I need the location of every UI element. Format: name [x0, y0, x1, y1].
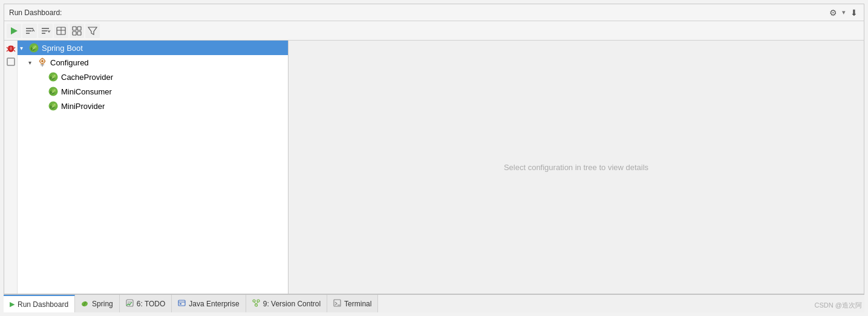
svg-point-34: [41, 60, 44, 62]
svg-rect-54: [178, 300, 185, 306]
filter-icon: [88, 26, 97, 36]
svg-rect-12: [73, 31, 76, 35]
group-button[interactable]: [70, 24, 84, 38]
svg-rect-10: [73, 27, 76, 30]
spring-tab-label: Spring: [92, 300, 113, 308]
svg-point-23: [10, 47, 12, 50]
svg-rect-13: [77, 31, 81, 35]
todo-tab-icon: [126, 299, 134, 309]
bottom-tabbar: ▶ Run Dashboard Spring 6: TODO: [4, 294, 864, 312]
mini-provider-label: MiniProvider: [61, 102, 105, 111]
spring-boot-label: Spring Boot: [42, 44, 83, 53]
svg-line-61: [256, 302, 258, 304]
settings-dropdown-icon[interactable]: ▾: [842, 8, 846, 16]
mini-provider-icon: [48, 100, 59, 111]
spring-tab-icon: [81, 299, 89, 309]
detail-placeholder-text: Select configuration in tree to view det…: [504, 163, 648, 172]
run-dashboard-tab-icon: ▶: [10, 300, 15, 308]
svg-rect-56: [180, 303, 181, 304]
svg-rect-24: [7, 58, 15, 65]
tab-version-control[interactable]: 9: Version Control: [246, 295, 327, 312]
svg-rect-11: [77, 27, 81, 30]
title-bar: Run Dashboard: ⚙ ▾ ⬇: [4, 4, 864, 21]
mini-consumer-label: MiniConsumer: [61, 87, 112, 96]
tree-item-mini-provider[interactable]: ▾ MiniProvider: [18, 99, 288, 113]
svg-point-59: [255, 304, 257, 306]
terminal-tab-label: Terminal: [344, 300, 371, 308]
group-icon: [72, 26, 82, 36]
bug-gutter-icon[interactable]: [5, 43, 16, 54]
mini-consumer-icon: [48, 86, 59, 97]
content-area: ▾ Spring Boot ▾: [4, 41, 864, 294]
sort-down-button[interactable]: [38, 24, 53, 38]
detail-panel: Select configuration in tree to view det…: [289, 41, 864, 294]
tree-panel: ▾ Spring Boot ▾: [18, 41, 289, 294]
version-control-tab-icon: [252, 299, 260, 309]
tab-run-dashboard[interactable]: ▶ Run Dashboard: [4, 295, 75, 312]
java-enterprise-tab-icon: [178, 299, 186, 309]
title-bar-actions: ⚙ ▾ ⬇: [828, 7, 859, 19]
svg-marker-0: [11, 27, 18, 35]
configured-label: Configured: [50, 58, 89, 67]
configured-icon: [37, 57, 48, 68]
tree-item-configured[interactable]: ▾ Configured: [18, 55, 288, 70]
svg-line-60: [254, 302, 256, 304]
stop-gutter-icon[interactable]: [5, 56, 16, 67]
settings-icon[interactable]: ⚙: [828, 7, 838, 19]
svg-point-57: [253, 300, 255, 302]
svg-line-19: [14, 47, 15, 48]
play-button[interactable]: [7, 24, 21, 38]
main-panel: Run Dashboard: ⚙ ▾ ⬇: [4, 4, 864, 294]
tab-spring[interactable]: Spring: [75, 295, 120, 312]
cache-provider-icon: [48, 71, 59, 82]
svg-marker-14: [88, 27, 97, 35]
tab-terminal[interactable]: Terminal: [327, 295, 378, 312]
svg-line-20: [7, 50, 8, 51]
left-gutter: [4, 41, 18, 294]
pin-icon[interactable]: ⬇: [849, 7, 859, 19]
java-enterprise-tab-label: Java Enterprise: [189, 300, 239, 308]
tab-java-enterprise[interactable]: Java Enterprise: [172, 295, 246, 312]
tree-item-spring-boot[interactable]: ▾ Spring Boot: [18, 41, 288, 55]
sort-up-button[interactable]: [22, 24, 37, 38]
sort-up-icon: [25, 26, 34, 36]
run-dashboard-tab-label: Run Dashboard: [18, 300, 68, 309]
svg-rect-51: [126, 300, 133, 306]
chevron-icon: ▾: [20, 45, 28, 51]
watermark: CSDN @造次阿: [815, 301, 862, 310]
play-icon: [10, 27, 18, 35]
springboot-icon: [28, 42, 39, 53]
todo-tab-label: 6: TODO: [137, 300, 166, 308]
list-button[interactable]: [54, 24, 68, 38]
tree-item-cache-provider[interactable]: ▾ CacheProvider: [18, 70, 288, 84]
chevron-icon: ▾: [28, 59, 37, 66]
filter-button[interactable]: [85, 24, 100, 38]
svg-point-58: [257, 300, 259, 302]
version-control-tab-label: 9: Version Control: [263, 300, 321, 308]
list-icon: [56, 26, 66, 36]
cache-provider-label: CacheProvider: [61, 73, 113, 82]
panel-title: Run Dashboard:: [9, 8, 62, 17]
toolbar: [4, 21, 864, 41]
svg-line-18: [7, 47, 8, 48]
tab-todo[interactable]: 6: TODO: [120, 295, 172, 312]
svg-line-21: [14, 50, 15, 51]
tree-item-mini-consumer[interactable]: ▾ MiniConsumer: [18, 84, 288, 99]
sort-down-icon: [41, 26, 50, 36]
terminal-tab-icon: [333, 299, 341, 309]
